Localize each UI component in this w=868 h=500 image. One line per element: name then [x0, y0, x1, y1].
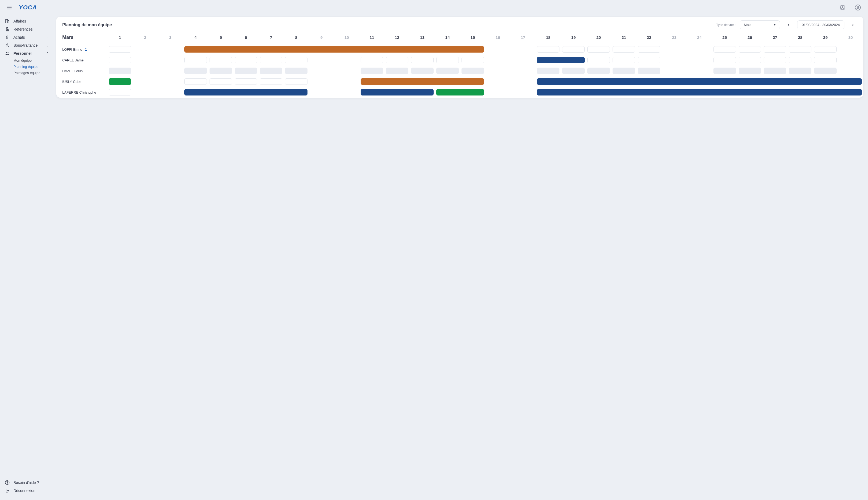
- planning-bar[interactable]: [536, 55, 586, 66]
- planning-bar[interactable]: [536, 76, 863, 87]
- sidebar-item-logout[interactable]: Déconnexion: [0, 487, 54, 495]
- day-cell[interactable]: [384, 66, 410, 76]
- day-cell[interactable]: [258, 66, 284, 76]
- sidebar-item-references[interactable]: Références: [0, 25, 54, 33]
- day-cell[interactable]: [561, 44, 586, 55]
- planning-bar[interactable]: [107, 76, 133, 87]
- day-header: 1: [107, 33, 133, 44]
- day-cell[interactable]: [737, 44, 763, 55]
- day-cell[interactable]: [561, 66, 586, 76]
- sidebar-item-personnel[interactable]: Personnel ⌃: [0, 49, 54, 57]
- day-cell[interactable]: [813, 55, 838, 66]
- day-cell[interactable]: [359, 55, 384, 66]
- day-cell[interactable]: [208, 55, 234, 66]
- planning-bar[interactable]: [183, 44, 485, 55]
- day-header: 8: [284, 33, 309, 44]
- day-cell[interactable]: [586, 44, 611, 55]
- planning-bar[interactable]: [359, 76, 485, 87]
- slot-empty: [537, 46, 560, 53]
- menu-toggle-button[interactable]: [5, 3, 14, 12]
- day-cell[interactable]: [536, 66, 561, 76]
- prev-period-button[interactable]: [784, 22, 793, 28]
- date-range-picker[interactable]: 01/03/2024 - 30/03/2024: [797, 20, 844, 29]
- sidebar-sub-planning-equipe[interactable]: Planning équipe: [0, 64, 54, 70]
- slot-empty: [789, 46, 811, 53]
- account-button[interactable]: [853, 2, 863, 13]
- day-cell[interactable]: [258, 76, 284, 87]
- weekend-gap: [485, 58, 511, 62]
- day-cell[interactable]: [712, 66, 737, 76]
- day-cell[interactable]: [107, 66, 133, 76]
- day-cell[interactable]: [234, 55, 259, 66]
- weekend-gap: [158, 79, 183, 84]
- day-cell[interactable]: [788, 66, 813, 76]
- day-cell[interactable]: [183, 66, 208, 76]
- sidebar-item-soustraitance[interactable]: Sous-traitance ⌄: [0, 41, 54, 49]
- day-cell[interactable]: [258, 55, 284, 66]
- day-cell[interactable]: [813, 66, 838, 76]
- sidebar-sub-pointages-equipe[interactable]: Pointages équipe: [0, 70, 54, 76]
- day-cell[interactable]: [586, 55, 611, 66]
- next-period-button[interactable]: [849, 22, 857, 28]
- day-cell[interactable]: [107, 55, 133, 66]
- planning-bar[interactable]: [183, 87, 309, 98]
- day-cell[interactable]: [737, 66, 763, 76]
- day-cell[interactable]: [762, 55, 788, 66]
- day-cell[interactable]: [410, 66, 435, 76]
- planning-bar[interactable]: [435, 87, 485, 98]
- sidebar-item-help[interactable]: Besoin d'aide ?: [0, 479, 54, 487]
- day-cell[interactable]: [460, 66, 485, 76]
- day-cell[interactable]: [107, 87, 133, 98]
- weekend-gap: [687, 69, 712, 73]
- day-cell[interactable]: [183, 76, 208, 87]
- day-cell[interactable]: [410, 55, 435, 66]
- day-cell[interactable]: [611, 55, 636, 66]
- day-cell[interactable]: [107, 44, 133, 55]
- day-header: 15: [460, 33, 485, 44]
- day-header: 20: [586, 33, 611, 44]
- day-cell[interactable]: [208, 66, 234, 76]
- day-cell[interactable]: [536, 44, 561, 55]
- day-cell[interactable]: [762, 66, 788, 76]
- day-cell[interactable]: [813, 44, 838, 55]
- day-cell[interactable]: [737, 55, 763, 66]
- planning-bar[interactable]: [536, 87, 863, 98]
- day-cell[interactable]: [284, 55, 309, 66]
- day-cell[interactable]: [284, 76, 309, 87]
- day-cell[interactable]: [359, 66, 384, 76]
- day-cell[interactable]: [762, 44, 788, 55]
- day-cell[interactable]: [586, 66, 611, 76]
- view-type-select[interactable]: Mois ▼: [740, 20, 780, 29]
- sidebar-item-label: Affaires: [13, 19, 26, 23]
- day-cell[interactable]: [636, 66, 662, 76]
- day-cell[interactable]: [384, 55, 410, 66]
- day-cell[interactable]: [611, 44, 636, 55]
- sidebar-item-affaires[interactable]: Affaires: [0, 17, 54, 25]
- day-cell[interactable]: [284, 66, 309, 76]
- day-cell[interactable]: [611, 66, 636, 76]
- day-cell[interactable]: [234, 66, 259, 76]
- slot-empty: [764, 46, 786, 53]
- day-header: 13: [410, 33, 435, 44]
- sidebar-sub-mon-equipe[interactable]: Mon équipe: [0, 57, 54, 64]
- day-cell[interactable]: [712, 55, 737, 66]
- day-cell[interactable]: [435, 66, 460, 76]
- day-cell[interactable]: [788, 55, 813, 66]
- day-cell[interactable]: [788, 44, 813, 55]
- day-cell[interactable]: [636, 55, 662, 66]
- day-cell[interactable]: [460, 55, 485, 66]
- weekend-gap: [309, 58, 334, 62]
- sidebar-item-label: Références: [13, 27, 33, 31]
- day-cell[interactable]: [712, 44, 737, 55]
- planning-bar-fill: [537, 78, 862, 85]
- planning-bar[interactable]: [359, 87, 435, 98]
- person-name: LOFFI Emric: [62, 47, 82, 52]
- sidebar-item-achats[interactable]: Achats ⌄: [0, 33, 54, 41]
- day-cell[interactable]: [234, 76, 259, 87]
- day-cell[interactable]: [435, 55, 460, 66]
- day-cell[interactable]: [183, 55, 208, 66]
- contacts-button[interactable]: [837, 2, 848, 13]
- day-cell[interactable]: [208, 76, 234, 87]
- day-header: 17: [510, 33, 536, 44]
- day-cell[interactable]: [636, 44, 662, 55]
